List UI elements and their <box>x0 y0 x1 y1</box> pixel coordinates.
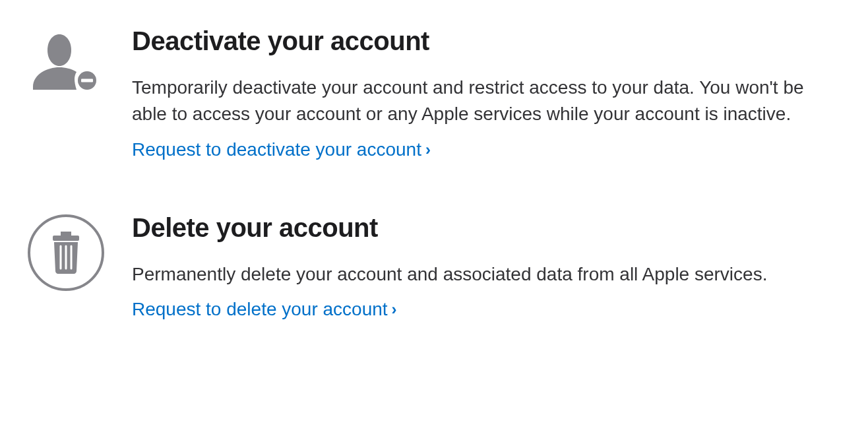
user-deactivate-icon <box>26 26 99 99</box>
trash-icon <box>26 213 106 292</box>
deactivate-content: Deactivate your account Temporarily deac… <box>132 26 842 160</box>
delete-content: Delete your account Permanently delete y… <box>132 213 842 321</box>
deactivate-link-label: Request to deactivate your account <box>132 139 421 160</box>
delete-description: Permanently delete your account and asso… <box>132 261 842 288</box>
deactivate-request-link[interactable]: Request to deactivate your account › <box>132 139 431 160</box>
chevron-right-icon: › <box>425 141 431 159</box>
delete-request-link[interactable]: Request to delete your account › <box>132 299 397 320</box>
svg-rect-2 <box>81 79 93 82</box>
deactivate-account-section: Deactivate your account Temporarily deac… <box>26 26 842 160</box>
delete-link-label: Request to delete your account <box>132 299 388 320</box>
delete-title: Delete your account <box>132 213 842 243</box>
delete-icon-wrapper <box>26 213 106 292</box>
deactivate-title: Deactivate your account <box>132 26 842 56</box>
delete-account-section: Delete your account Permanently delete y… <box>26 213 842 321</box>
deactivate-description: Temporarily deactivate your account and … <box>132 75 842 127</box>
deactivate-icon-wrapper <box>26 26 106 106</box>
chevron-right-icon: › <box>392 300 397 319</box>
